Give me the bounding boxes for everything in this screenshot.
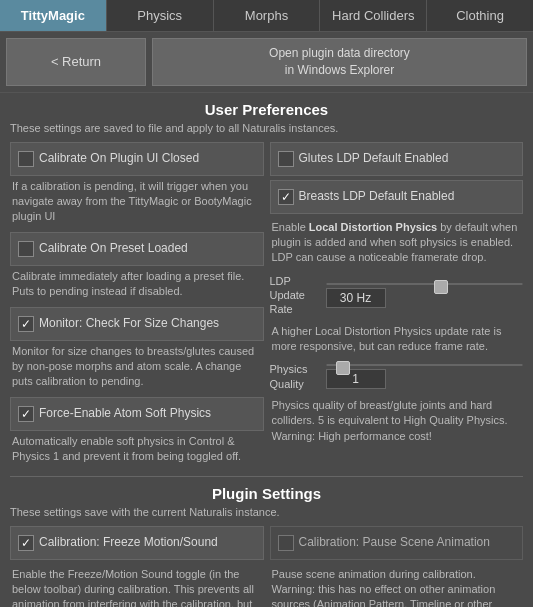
main-content: User Preferences These settings are save… — [0, 93, 533, 607]
ldp-desc: Enable Local Distortion Physics by defau… — [270, 217, 524, 269]
glutes-ldp-label: Glutes LDP Default Enabled — [299, 151, 449, 167]
breasts-ldp-checkbox[interactable] — [278, 189, 294, 205]
freeze-motion-desc: Enable the Freeze/Motion Sound toggle (i… — [10, 564, 264, 608]
ldp-desc2: A higher Local Distortion Physics update… — [270, 321, 524, 358]
breasts-ldp-label: Breasts LDP Default Enabled — [299, 189, 455, 205]
section-divider — [10, 476, 523, 477]
toolbar: < Return Open plugin data directory in W… — [0, 32, 533, 93]
ldp-slider-label: LDP Update Rate — [270, 274, 320, 317]
plugin-settings-title: Plugin Settings — [10, 485, 523, 502]
right-col: Glutes LDP Default Enabled Breasts LDP D… — [270, 142, 524, 468]
user-preferences-desc: These settings are saved to file and app… — [10, 122, 523, 134]
force-soft-physics-checkbox[interactable] — [18, 406, 34, 422]
tab-clothing[interactable]: Clothing — [427, 0, 533, 31]
freeze-motion-checkbox[interactable] — [18, 535, 34, 551]
freeze-motion-check[interactable]: Calibration: Freeze Motion/Sound — [10, 526, 264, 560]
monitor-size-label: Monitor: Check For Size Changes — [39, 316, 219, 332]
pause-scene-check[interactable]: Calibration: Pause Scene Animation — [270, 526, 524, 560]
calibrate-plugin-ui-label: Calibrate On Plugin UI Closed — [39, 151, 199, 167]
freeze-motion-label: Calibration: Freeze Motion/Sound — [39, 535, 218, 551]
force-soft-physics-desc: Automatically enable soft physics in Con… — [10, 431, 264, 468]
calibrate-plugin-ui-desc: If a calibration is pending, it will tri… — [10, 176, 264, 228]
tab-tittymагic[interactable]: TittyMagic — [0, 0, 107, 31]
ldp-slider-track[interactable] — [326, 283, 524, 285]
pq-slider-label: Physics Quality — [270, 362, 320, 391]
pq-slider-value[interactable]: 1 — [326, 369, 386, 389]
monitor-size-check[interactable]: Monitor: Check For Size Changes — [10, 307, 264, 341]
tab-hardcolliders[interactable]: Hard Colliders — [320, 0, 427, 31]
pq-slider-row: Physics Quality 1 — [270, 362, 524, 391]
plugin-settings-left: Calibration: Freeze Motion/Sound Enable … — [10, 526, 264, 608]
ldp-slider-thumb[interactable] — [434, 280, 448, 294]
tab-physics[interactable]: Physics — [107, 0, 214, 31]
plugin-settings-two-col: Calibration: Freeze Motion/Sound Enable … — [10, 526, 523, 608]
tab-bar: TittyMagic Physics Morphs Hard Colliders… — [0, 0, 533, 32]
ldp-slider-value[interactable]: 30 Hz — [326, 288, 386, 308]
glutes-ldp-check[interactable]: Glutes LDP Default Enabled — [270, 142, 524, 176]
monitor-size-desc: Monitor for size changes to breasts/glut… — [10, 341, 264, 393]
pause-scene-label: Calibration: Pause Scene Animation — [299, 535, 490, 551]
calibrate-preset-label: Calibrate On Preset Loaded — [39, 241, 188, 257]
calibrate-preset-desc: Calibrate immediately after loading a pr… — [10, 266, 264, 303]
force-soft-physics-label: Force-Enable Atom Soft Physics — [39, 406, 211, 422]
force-soft-physics-check[interactable]: Force-Enable Atom Soft Physics — [10, 397, 264, 431]
left-col: Calibrate On Plugin UI Closed If a calib… — [10, 142, 264, 468]
calibrate-preset-check[interactable]: Calibrate On Preset Loaded — [10, 232, 264, 266]
breasts-ldp-check[interactable]: Breasts LDP Default Enabled — [270, 180, 524, 214]
preferences-two-col: Calibrate On Plugin UI Closed If a calib… — [10, 142, 523, 468]
plugin-settings-right: Calibration: Pause Scene Animation Pause… — [270, 526, 524, 608]
plugin-settings-desc: These settings save with the current Nat… — [10, 506, 523, 518]
calibrate-plugin-ui-checkbox[interactable] — [18, 151, 34, 167]
monitor-size-checkbox[interactable] — [18, 316, 34, 332]
pq-desc: Physics quality of breast/glute joints a… — [270, 395, 524, 447]
return-button[interactable]: < Return — [6, 38, 146, 86]
open-directory-button[interactable]: Open plugin data directory in Windows Ex… — [152, 38, 527, 86]
pq-slider-track[interactable] — [326, 364, 524, 366]
ldp-slider-row: LDP Update Rate 30 Hz — [270, 274, 524, 317]
user-preferences-title: User Preferences — [10, 101, 523, 118]
calibrate-preset-checkbox[interactable] — [18, 241, 34, 257]
pause-scene-desc: Pause scene animation during calibration… — [270, 564, 524, 608]
calibrate-plugin-ui-check[interactable]: Calibrate On Plugin UI Closed — [10, 142, 264, 176]
glutes-ldp-checkbox[interactable] — [278, 151, 294, 167]
pause-scene-checkbox[interactable] — [278, 535, 294, 551]
tab-morphs[interactable]: Morphs — [214, 0, 321, 31]
pq-slider-thumb[interactable] — [336, 361, 350, 375]
